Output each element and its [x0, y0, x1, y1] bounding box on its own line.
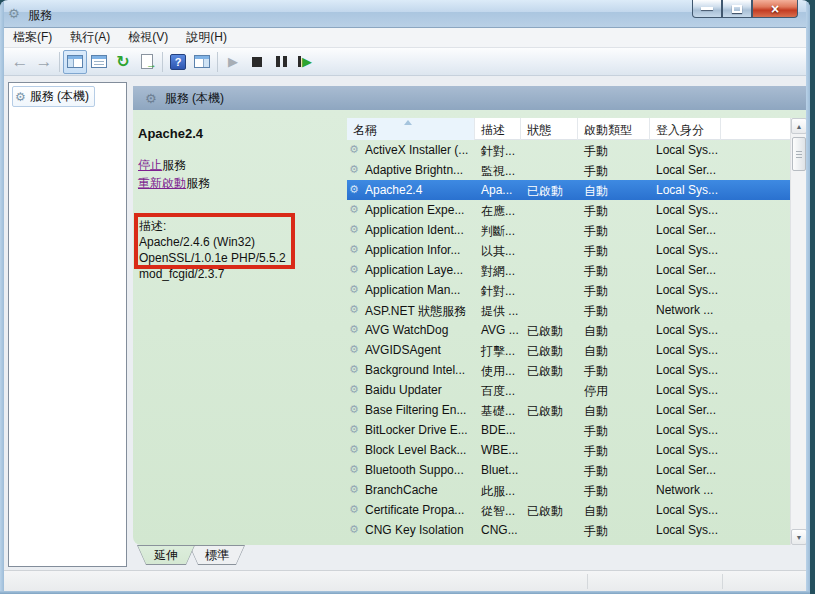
scroll-up-icon: ▲: [796, 123, 803, 130]
stop-service-link[interactable]: 停止: [138, 158, 162, 172]
cell-logon-as: Local Sys...: [650, 360, 730, 380]
service-row[interactable]: ⚙ ASP.NET 狀態服務 提供 ... 手動 Network ...: [347, 300, 790, 320]
restart-service-line: 重新啟動服務: [138, 174, 210, 192]
menu-help[interactable]: 說明(H): [177, 27, 236, 48]
service-row[interactable]: ⚙ Application Ident... 判斷... 手動 Local Se…: [347, 220, 790, 240]
cell-name: Certificate Propa...: [347, 500, 475, 520]
help-button[interactable]: ?: [166, 50, 190, 74]
cell-status: [521, 160, 578, 180]
column-header-logon-as[interactable]: 登入身分: [650, 118, 721, 140]
menu-action[interactable]: 執行(A): [61, 27, 119, 48]
scroll-down-button[interactable]: ▼: [791, 529, 807, 545]
properties-button[interactable]: [87, 50, 111, 74]
back-icon: ←: [12, 53, 29, 70]
back-button[interactable]: ←: [8, 50, 32, 74]
minimize-button[interactable]: [692, 0, 722, 18]
service-row[interactable]: ⚙ Base Filtering En... 基礎... 已啟動 自動 Loca…: [347, 400, 790, 420]
service-row[interactable]: ⚙ Apache2.4 Apa... 已啟動 自動 Local Sys...: [347, 180, 790, 200]
menu-file[interactable]: 檔案(F): [4, 27, 61, 48]
refresh-button[interactable]: ↻: [111, 50, 135, 74]
cell-startup-type: 自動: [578, 500, 650, 520]
cell-startup-type: 自動: [578, 340, 650, 360]
cell-description: CNG...: [475, 520, 521, 540]
service-row[interactable]: ⚙ Certificate Propa... 從智... 已啟動 自動 Loca…: [347, 500, 790, 520]
stop-service-suffix: 服務: [162, 158, 186, 172]
window-left-edge: [0, 0, 4, 594]
vertical-scrollbar[interactable]: ▲ ▼: [790, 118, 806, 545]
service-row[interactable]: ⚙ Background Intel... 使用... 已啟動 手動 Local…: [347, 360, 790, 380]
column-header-startup-type[interactable]: 啟動類型: [578, 118, 650, 140]
scrollbar-thumb[interactable]: [792, 137, 806, 171]
cell-status: 已啟動: [521, 320, 578, 340]
tree-item-services-local[interactable]: ⚙ 服務 (本機): [12, 86, 95, 107]
service-row[interactable]: ⚙ Baidu Updater 百度... 停用 Local Sys...: [347, 380, 790, 400]
forward-button[interactable]: →: [32, 50, 56, 74]
pause-service-button[interactable]: [269, 50, 293, 74]
service-row[interactable]: ⚙ Application Infor... 以其... 手動 Local Sy…: [347, 240, 790, 260]
column-header-name[interactable]: 名稱: [347, 118, 475, 140]
restart-service-button[interactable]: ▶: [293, 50, 317, 74]
service-rows: ⚙ ActiveX Installer (... 針對... 手動 Local …: [347, 140, 790, 540]
service-row[interactable]: ⚙ BranchCache 此服... 手動 Network ...: [347, 480, 790, 500]
cell-name: ASP.NET 狀態服務: [347, 300, 475, 320]
titlebar[interactable]: ⚙ 服務 ×: [0, 0, 810, 28]
service-action-links: 停止服務 重新啟動服務: [138, 156, 210, 192]
column-header-description[interactable]: 描述: [475, 118, 521, 140]
cell-name: Application Expe...: [347, 200, 475, 220]
start-service-button[interactable]: ▶: [221, 50, 245, 74]
help-icon: ?: [170, 54, 186, 70]
export-list-icon: →: [141, 54, 153, 69]
cell-description: 以其...: [475, 240, 521, 260]
service-row[interactable]: ⚙ AVG WatchDog AVG ... 已啟動 自動 Local Sys.…: [347, 320, 790, 340]
cell-name: AVG WatchDog: [347, 320, 475, 340]
status-bar: [4, 570, 806, 591]
service-row[interactable]: ⚙ Application Man... 針對... 手動 Local Sys.…: [347, 280, 790, 300]
service-row[interactable]: ⚙ BitLocker Drive E... BDE... 手動 Local S…: [347, 420, 790, 440]
action-pane-toggle-button[interactable]: [190, 50, 214, 74]
cell-status: 已啟動: [521, 400, 578, 420]
cell-startup-type: 自動: [578, 400, 650, 420]
maximize-button[interactable]: [722, 0, 752, 18]
service-row[interactable]: ⚙ Adaptive Brightn... 監視... 手動 Local Ser…: [347, 160, 790, 180]
stop-service-button[interactable]: [245, 50, 269, 74]
scroll-up-button[interactable]: ▲: [791, 118, 807, 134]
menu-view[interactable]: 檢視(V): [119, 27, 177, 48]
cell-status: [521, 460, 578, 480]
properties-icon: [91, 55, 107, 68]
cell-startup-type: 手動: [578, 140, 650, 160]
service-description: 描述: Apache/2.4.6 (Win32) OpenSSL/1.0.1e …: [139, 218, 286, 282]
close-button[interactable]: ×: [752, 0, 798, 18]
tab-extended[interactable]: 延伸: [137, 545, 195, 565]
console-tree-icon: [67, 55, 83, 68]
service-row[interactable]: ⚙ ActiveX Installer (... 針對... 手動 Local …: [347, 140, 790, 160]
cell-startup-type: 自動: [578, 320, 650, 340]
console-header-title: 服務 (本機): [165, 90, 224, 107]
export-list-button[interactable]: →: [135, 50, 159, 74]
tab-standard[interactable]: 標準: [189, 545, 245, 565]
service-row[interactable]: ⚙ Application Laye... 對網... 手動 Local Ser…: [347, 260, 790, 280]
services-list: 名稱 描述 狀態 啟動類型 登入身分 ⚙ ActiveX Installer (…: [347, 118, 790, 540]
service-row[interactable]: ⚙ CNG Key Isolation CNG... 手動 Local Sys.…: [347, 520, 790, 540]
service-row[interactable]: ⚙ AVGIDSAgent 打擊... 已啟動 自動 Local Sys...: [347, 340, 790, 360]
cell-name: Bluetooth Suppo...: [347, 460, 475, 480]
service-row[interactable]: ⚙ Bluetooth Suppo... Bluet... 手動 Local S…: [347, 460, 790, 480]
cell-logon-as: Local Ser...: [650, 220, 730, 240]
service-row[interactable]: ⚙ Block Level Back... WBE... 手動 Local Sy…: [347, 440, 790, 460]
description-line: Apache/2.4.6 (Win32): [139, 234, 286, 250]
column-header-status[interactable]: 狀態: [521, 118, 578, 140]
console-tree-toggle-button[interactable]: [63, 50, 87, 74]
selected-service-name: Apache2.4: [138, 126, 203, 141]
cell-description: 判斷...: [475, 220, 521, 240]
restart-service-link[interactable]: 重新啟動: [138, 176, 186, 190]
view-tabs: 延伸 標準: [133, 545, 806, 567]
cell-status: [521, 260, 578, 280]
cell-description: 從智...: [475, 500, 521, 520]
services-gear-icon: ⚙: [15, 90, 26, 104]
cell-description: AVG ...: [475, 320, 521, 340]
tree-item-label: 服務 (本機): [30, 88, 89, 105]
cell-name: Adaptive Brightn...: [347, 160, 475, 180]
service-row[interactable]: ⚙ Application Expe... 在應... 手動 Local Sys…: [347, 200, 790, 220]
toolbar: ← → ↻ → ? ▶ ▶: [4, 48, 806, 76]
window-title: 服務: [28, 7, 52, 24]
cell-description: WBE...: [475, 440, 521, 460]
